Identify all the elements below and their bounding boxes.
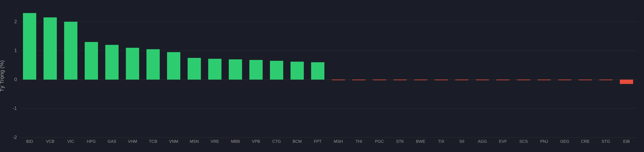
- svg-rect-48: [414, 80, 427, 80]
- svg-text:VHM: VHM: [128, 139, 137, 144]
- svg-rect-68: [620, 80, 633, 84]
- svg-text:VNM: VNM: [169, 139, 178, 144]
- svg-text:2: 2: [14, 19, 17, 24]
- svg-text:BID: BID: [26, 139, 33, 144]
- svg-rect-40: [332, 80, 345, 80]
- svg-rect-52: [455, 80, 468, 80]
- svg-rect-18: [105, 45, 118, 80]
- svg-rect-10: [23, 13, 36, 80]
- svg-text:AGG: AGG: [478, 139, 487, 144]
- svg-text:VRE: VRE: [211, 139, 219, 144]
- svg-rect-32: [249, 60, 262, 80]
- svg-rect-36: [290, 62, 304, 80]
- svg-text:-1: -1: [12, 106, 17, 111]
- chart-container: 210-1-2BIDVCBVICHPGGASVHMTCBVNMMSNVREMBB…: [0, 0, 644, 152]
- svg-text:PNJ: PNJ: [540, 139, 548, 144]
- svg-rect-30: [229, 59, 242, 80]
- svg-text:STG: STG: [602, 139, 610, 144]
- svg-text:CTG: CTG: [272, 139, 281, 144]
- svg-text:0: 0: [14, 77, 17, 82]
- svg-text:SCS: SCS: [520, 139, 528, 144]
- svg-text:MBB: MBB: [231, 139, 240, 144]
- svg-text:THI: THI: [356, 139, 362, 144]
- chart-svg: 210-1-2BIDVCBVICHPGGASVHMTCBVNMMSNVREMBB…: [0, 0, 644, 152]
- svg-rect-26: [188, 58, 201, 80]
- svg-rect-60: [538, 80, 551, 80]
- svg-text:TCB: TCB: [149, 139, 157, 144]
- svg-text:STK: STK: [396, 139, 404, 144]
- svg-rect-24: [167, 52, 180, 80]
- svg-rect-14: [64, 22, 78, 80]
- svg-text:Tỷ Trọng (%): Tỷ Trọng (%): [0, 60, 5, 92]
- svg-rect-56: [496, 80, 510, 80]
- svg-text:SII: SII: [459, 139, 464, 144]
- svg-text:FPT: FPT: [314, 139, 322, 144]
- svg-text:EIB: EIB: [623, 139, 630, 144]
- svg-text:PGC: PGC: [375, 139, 384, 144]
- svg-text:MSN: MSN: [190, 139, 199, 144]
- svg-rect-64: [578, 80, 592, 80]
- svg-text:HPG: HPG: [87, 139, 96, 144]
- svg-text:GAS: GAS: [108, 139, 116, 144]
- svg-rect-22: [146, 49, 160, 80]
- svg-rect-66: [599, 80, 612, 80]
- svg-rect-34: [270, 61, 283, 80]
- svg-text:EVF: EVF: [499, 139, 507, 144]
- svg-text:GEG: GEG: [560, 139, 570, 144]
- svg-rect-16: [85, 42, 98, 80]
- svg-rect-54: [476, 80, 489, 80]
- svg-text:VPB: VPB: [252, 139, 260, 144]
- svg-rect-42: [352, 80, 366, 80]
- svg-text:MSH: MSH: [334, 139, 343, 144]
- svg-text:-2: -2: [12, 135, 17, 140]
- svg-rect-62: [558, 80, 571, 80]
- svg-text:TIX: TIX: [438, 139, 444, 144]
- svg-text:VCB: VCB: [46, 139, 54, 144]
- svg-rect-20: [126, 48, 139, 80]
- svg-rect-38: [311, 62, 324, 80]
- svg-rect-44: [373, 80, 386, 80]
- svg-text:BCM: BCM: [292, 139, 302, 144]
- svg-text:1: 1: [14, 48, 17, 53]
- svg-rect-46: [394, 80, 407, 80]
- svg-rect-28: [208, 59, 222, 80]
- svg-text:VIC: VIC: [67, 139, 74, 144]
- svg-rect-12: [44, 17, 57, 80]
- svg-text:CRE: CRE: [581, 139, 590, 144]
- svg-rect-58: [517, 80, 530, 80]
- svg-rect-50: [434, 80, 448, 80]
- svg-text:BWE: BWE: [416, 139, 425, 144]
